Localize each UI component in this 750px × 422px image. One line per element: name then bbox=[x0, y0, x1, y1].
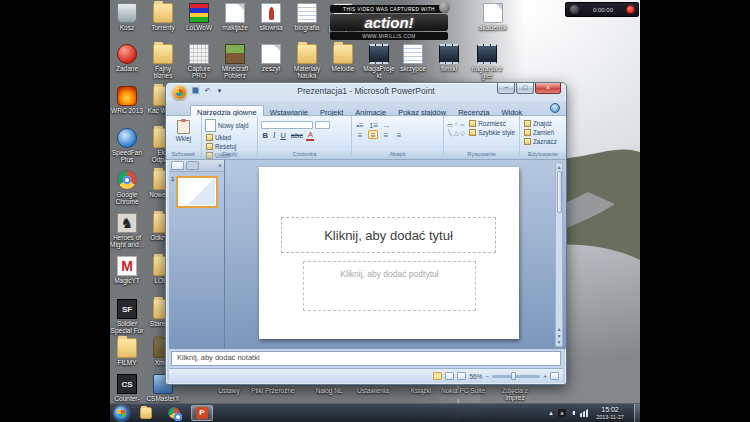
editing-znajdź-button[interactable]: Znajdź bbox=[523, 119, 563, 128]
align-left-icon[interactable]: ≡ bbox=[355, 130, 365, 139]
close-button[interactable]: × bbox=[535, 83, 561, 94]
vertical-scrollbar[interactable]: ▲ ▲ ▼ ▼ bbox=[555, 162, 563, 347]
minimize-button[interactable]: − bbox=[497, 83, 515, 94]
start-button[interactable] bbox=[114, 406, 129, 421]
desktop-icon-folder[interactable]: Melodie bbox=[326, 44, 360, 72]
diamond-shape-icon[interactable]: ◇ bbox=[460, 129, 465, 136]
taskbar-clock[interactable]: 15:02 2013-11-27 bbox=[591, 406, 629, 421]
triangle-shape-icon[interactable]: △ bbox=[454, 129, 459, 136]
desktop-icon-folder[interactable]: Materiały Nauka bbox=[290, 44, 324, 80]
slides-resetuj-button[interactable]: Resetuj bbox=[205, 142, 254, 151]
new-slide-button[interactable]: Nowy slajd bbox=[205, 119, 254, 132]
font-color-icon[interactable]: A bbox=[306, 131, 314, 141]
desktop-icon-chrome[interactable]: Google Chrome bbox=[110, 170, 144, 206]
title-placeholder[interactable]: Kliknij, aby dodać tytuł bbox=[281, 217, 496, 253]
desktop-icon-docw[interactable]: skrzypce bbox=[396, 44, 430, 72]
paste-icon[interactable] bbox=[177, 120, 190, 134]
desktop-icon-label: Zadane bbox=[110, 65, 144, 72]
desktop-icon-key[interactable]: Capture PRO bbox=[182, 44, 216, 80]
desktop-icon-folder[interactable]: FILMY bbox=[110, 338, 144, 366]
justify-icon[interactable]: ≡ bbox=[394, 130, 404, 139]
show-desktop-button[interactable] bbox=[634, 404, 640, 422]
slide-sorter-view-icon[interactable] bbox=[445, 372, 454, 380]
desktop-icon-film[interactable]: filmiki bbox=[432, 44, 466, 72]
previous-slide-icon[interactable]: ▲ bbox=[556, 326, 562, 332]
record-icon[interactable] bbox=[627, 6, 634, 13]
desktop-icon-folder[interactable]: Torrenty bbox=[146, 3, 180, 31]
line-shape-icon[interactable]: ╲ bbox=[447, 129, 453, 136]
scrollbar-thumb[interactable] bbox=[557, 171, 562, 213]
taskbar-explorer-button[interactable] bbox=[135, 405, 157, 421]
shapes-gallery[interactable]: ▭ ○ ⇨ ╲ △ ◇ bbox=[447, 119, 465, 150]
fit-to-window-icon[interactable] bbox=[550, 372, 559, 380]
title-bar[interactable]: ↶ ▾ Prezentacja1 - Microsoft PowerPoint … bbox=[166, 83, 566, 101]
desktop-icon-flag[interactable]: LoLWoW bbox=[182, 3, 216, 31]
bold-icon[interactable]: B bbox=[261, 131, 269, 141]
maximize-button[interactable]: □ bbox=[516, 83, 534, 94]
volume-icon[interactable] bbox=[569, 409, 577, 417]
tab-slides[interactable] bbox=[171, 161, 184, 170]
action-tray-icon[interactable]: a bbox=[558, 409, 566, 417]
tab-outline[interactable] bbox=[186, 161, 199, 170]
drawing-rozmieść-button[interactable]: Rozmieść bbox=[468, 119, 516, 128]
zoom-in-icon[interactable]: + bbox=[543, 373, 547, 380]
desktop-icon-knight[interactable]: ♞Heroes of Might and... bbox=[110, 213, 144, 249]
swirl-icon bbox=[117, 128, 137, 148]
font-size-combobox[interactable] bbox=[315, 121, 330, 129]
slide-canvas[interactable]: Kliknij, aby dodać tytuł Kliknij, aby do… bbox=[259, 167, 519, 339]
desktop-icon-label: Nałóg NL bbox=[306, 387, 352, 394]
scroll-up-icon[interactable]: ▲ bbox=[556, 164, 562, 170]
desktop-icon-film[interactable]: MagaProjekt bbox=[362, 44, 396, 80]
zoom-slider[interactable] bbox=[492, 375, 540, 378]
desktop-icon-trash[interactable]: Kosz bbox=[110, 3, 144, 31]
strikethrough-icon[interactable]: abc bbox=[289, 131, 304, 141]
align-right-icon[interactable]: ≡ bbox=[381, 130, 391, 139]
desktop-icon-mc[interactable]: Minecraft Pobierz bbox=[218, 44, 252, 80]
desktop-icon-doc[interactable]: makijaże bbox=[218, 3, 252, 31]
desktop-icon-swirl[interactable]: SpeedFan Plus bbox=[110, 128, 144, 164]
drawing-szybkie-style-button[interactable]: Szybkie style bbox=[468, 128, 516, 137]
slides-układ-button[interactable]: Układ bbox=[205, 133, 254, 142]
close-pane-icon[interactable]: × bbox=[218, 161, 222, 170]
desktop-icon-film[interactable]: nagrania z gier bbox=[470, 44, 504, 80]
desktop-icon-sf[interactable]: SFSoldier Special For bbox=[110, 299, 144, 335]
normal-view-icon[interactable] bbox=[433, 372, 442, 380]
desktop-icon-doc[interactable]: zeszyt bbox=[254, 44, 288, 72]
editing-zaznacz-button[interactable]: Zaznacz bbox=[523, 137, 563, 146]
indent-icon[interactable]: → bbox=[381, 120, 391, 129]
bullets-icon[interactable]: •≡ bbox=[355, 120, 365, 129]
action-recording-hud[interactable]: 0:00:00 bbox=[565, 2, 639, 17]
desktop-icon-docw[interactable]: biografia bbox=[290, 3, 324, 31]
slideshow-view-icon[interactable] bbox=[457, 372, 466, 380]
arrow-shape-icon[interactable]: ⇨ bbox=[460, 121, 465, 128]
align-center-icon[interactable]: ≡ bbox=[368, 130, 378, 139]
slide-1-thumbnail[interactable] bbox=[176, 176, 218, 208]
network-icon[interactable] bbox=[580, 409, 588, 417]
action-watermark: THIS VIDEO WAS CAPTURED WITH action! WWW… bbox=[330, 5, 448, 40]
paste-button[interactable]: Wklej bbox=[169, 135, 198, 142]
help-icon[interactable]: ? bbox=[550, 103, 560, 113]
editing-zamień-button[interactable]: Zamień bbox=[523, 128, 563, 137]
desktop-icon-label: Materiały Nauka bbox=[290, 65, 324, 80]
notes-placeholder[interactable]: Kliknij, aby dodać notatki bbox=[171, 351, 561, 366]
zoom-slider-knob[interactable] bbox=[511, 372, 516, 380]
mc-icon bbox=[225, 44, 245, 64]
rectangle-shape-icon[interactable]: ▭ bbox=[447, 121, 453, 128]
font-name-combobox[interactable] bbox=[261, 121, 313, 129]
italic-icon[interactable]: I bbox=[271, 131, 277, 141]
desktop-icon-folder[interactable]: Fajny biznes bbox=[146, 44, 180, 80]
desktop-icon-ball[interactable]: Zadane bbox=[110, 44, 144, 72]
underline-icon[interactable]: U bbox=[279, 131, 287, 141]
desktop-icon-m[interactable]: MMagicYT bbox=[110, 256, 144, 284]
desktop-icon-doc[interactable]: akademik bbox=[476, 3, 510, 31]
zoom-out-icon[interactable]: − bbox=[485, 373, 489, 380]
show-hidden-icons-chevron[interactable]: ▲ bbox=[547, 409, 555, 417]
taskbar-powerpoint-button[interactable]: P bbox=[191, 405, 213, 421]
numbering-icon[interactable]: 1≡ bbox=[368, 120, 378, 129]
subtitle-placeholder[interactable]: Kliknij, aby dodać podtytuł bbox=[303, 261, 476, 311]
scroll-down-icon[interactable]: ▼ bbox=[556, 339, 562, 345]
desktop-icon-flame[interactable]: WRC 2013 bbox=[110, 86, 144, 114]
taskbar-chrome-button[interactable] bbox=[163, 405, 185, 421]
circle-shape-icon[interactable]: ○ bbox=[454, 121, 459, 128]
desktop-icon-fig[interactable]: siłownia bbox=[254, 3, 288, 31]
